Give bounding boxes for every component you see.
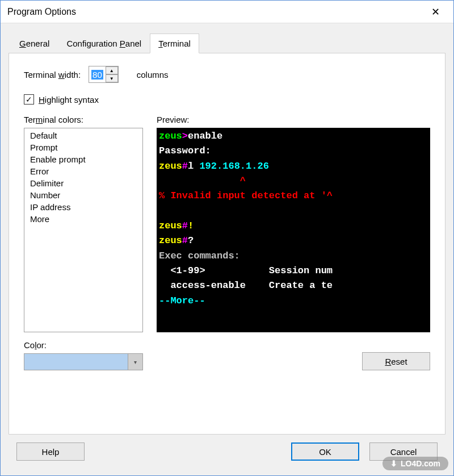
chevron-down-icon[interactable]: ▾ [128, 354, 142, 370]
dialog-window: Program Options ✕ General Configuration … [0, 0, 454, 476]
color-label: Color: [24, 340, 143, 350]
ok-button[interactable]: OK [291, 442, 359, 461]
content-area: General Configuration Panel Terminal Ter… [1, 23, 453, 475]
list-item[interactable]: IP address [26, 201, 141, 213]
window-title: Program Options [7, 7, 424, 17]
titlebar: Program Options ✕ [1, 1, 453, 23]
cancel-button[interactable]: Cancel [369, 442, 438, 461]
tab-terminal[interactable]: Terminal [150, 34, 199, 53]
reset-button[interactable]: Reset [362, 352, 430, 370]
spinner-up-icon[interactable]: ▲ [106, 66, 118, 74]
tab-general[interactable]: General [11, 34, 58, 53]
tab-body-terminal: Terminal width: 80 ▲ ▼ columns ✓ Highlig… [9, 53, 445, 435]
terminal-colors-label: Terminal colors: [24, 115, 143, 124]
color-value[interactable] [24, 354, 128, 370]
dialog-button-row: Help OK Cancel [9, 435, 445, 469]
help-button[interactable]: Help [16, 442, 85, 461]
terminal-preview: zeus>enablePassword:zeus#l 192.168.1.26 … [157, 128, 430, 332]
highlight-syntax-label[interactable]: Highlight syntax [39, 95, 99, 105]
columns-label: columns [137, 70, 169, 80]
highlight-syntax-checkbox[interactable]: ✓ [24, 94, 34, 105]
color-combobox[interactable]: ▾ [24, 353, 143, 370]
tab-strip: General Configuration Panel Terminal [11, 34, 445, 53]
list-item[interactable]: Delimiter [26, 177, 141, 189]
list-item[interactable]: More [26, 213, 141, 225]
tab-configuration-panel[interactable]: Configuration Panel [58, 34, 150, 53]
spinner-down-icon[interactable]: ▼ [106, 74, 118, 82]
terminal-colors-listbox[interactable]: DefaultPromptEnable promptErrorDelimiter… [24, 128, 143, 332]
list-item[interactable]: Error [26, 165, 141, 177]
terminal-width-label: Terminal width: [24, 70, 81, 80]
list-item[interactable]: Default [26, 130, 141, 141]
list-item[interactable]: Number [26, 189, 141, 201]
list-item[interactable]: Enable prompt [26, 153, 141, 165]
close-icon[interactable]: ✕ [424, 1, 447, 23]
preview-label: Preview: [157, 115, 430, 124]
highlight-syntax-row: ✓ Highlight syntax [24, 94, 430, 105]
terminal-width-spinner[interactable]: 80 ▲ ▼ [89, 66, 119, 83]
terminal-width-input[interactable]: 80 [89, 66, 106, 82]
list-item[interactable]: Prompt [26, 141, 141, 153]
terminal-width-row: Terminal width: 80 ▲ ▼ columns [24, 66, 430, 83]
